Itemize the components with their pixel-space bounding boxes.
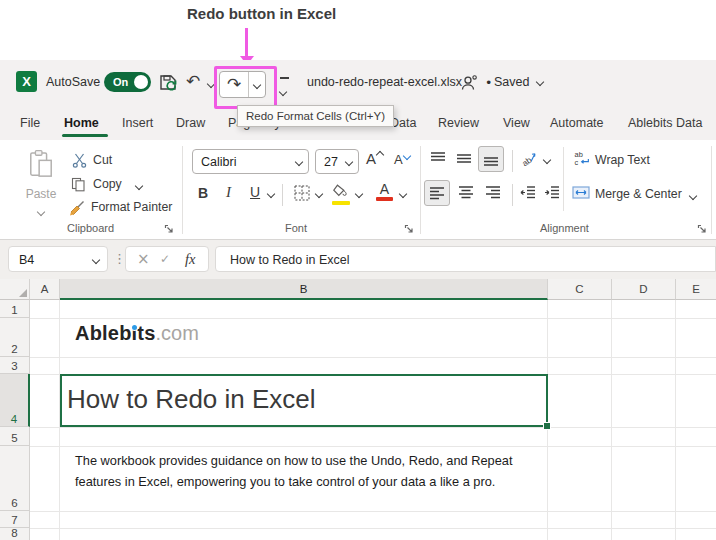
borders-dropdown-icon[interactable] [315, 190, 323, 198]
fill-handle[interactable] [543, 422, 551, 430]
row-header-7[interactable]: 7 [0, 511, 30, 528]
underline-button[interactable]: U [250, 184, 260, 200]
decrease-indent-icon[interactable] [520, 185, 536, 200]
column-header-C[interactable]: C [548, 279, 612, 300]
align-left-button-selected[interactable] [424, 180, 450, 206]
separator [282, 184, 283, 206]
tab-view[interactable]: View [503, 116, 530, 130]
cut-icon[interactable] [72, 153, 87, 168]
saved-status[interactable]: Saved [494, 75, 529, 89]
redo-button[interactable]: ↷ [219, 71, 266, 98]
merge-center-button[interactable]: Merge & Center [595, 187, 682, 201]
font-color-swatch [376, 197, 393, 201]
formula-input[interactable]: How to Redo in Excel [215, 246, 716, 272]
saved-dropdown-icon[interactable] [536, 78, 544, 86]
redo-icon[interactable]: ↷ [220, 72, 249, 97]
ablebits-logo: Ablebits.com [75, 322, 199, 350]
column-header-D[interactable]: D [612, 279, 676, 300]
customize-toolbar-icon[interactable] [280, 77, 289, 99]
paste-button[interactable]: Paste [18, 147, 64, 223]
column-header-E[interactable]: E [676, 279, 716, 300]
enter-icon[interactable]: ✓ [160, 252, 170, 266]
logo-domain-text: .com [156, 322, 199, 344]
tab-automate[interactable]: Automate [550, 116, 604, 130]
wrap-text-button[interactable]: Wrap Text [595, 153, 650, 167]
cut-button[interactable]: Cut [93, 153, 112, 167]
tab-draw[interactable]: Draw [176, 116, 205, 130]
redo-dropdown[interactable] [249, 72, 265, 97]
italic-button[interactable]: I [226, 184, 231, 201]
increase-indent-icon[interactable] [544, 185, 560, 200]
fill-color-dropdown-icon[interactable] [355, 190, 363, 198]
borders-icon[interactable] [294, 185, 310, 201]
merge-center-dropdown-icon[interactable] [689, 192, 697, 200]
tab-ablebits-data[interactable]: Ablebits Data [628, 116, 702, 130]
font-size-combo[interactable]: 27 [315, 149, 359, 174]
copy-button[interactable]: Copy [93, 177, 122, 191]
row-header-6[interactable]: 6 [0, 446, 30, 511]
paste-label: Paste [18, 187, 64, 201]
autosave-toggle[interactable]: On [104, 72, 151, 92]
document-title[interactable]: undo-redo-repeat-excel.xlsx [307, 75, 462, 89]
copy-icon[interactable] [71, 177, 86, 192]
fill-color-button[interactable] [332, 183, 350, 203]
row-header-5[interactable]: 5 [0, 427, 30, 446]
tab-insert[interactable]: Insert [122, 116, 153, 130]
ribbon: Paste Cut Copy Format Painter Clipboard [0, 140, 716, 240]
name-box-value: B4 [19, 253, 34, 267]
align-bottom-icon [483, 152, 499, 167]
align-center-icon[interactable] [458, 185, 474, 200]
gridline [675, 300, 676, 540]
row-header-8[interactable]: 8 [0, 528, 30, 540]
align-right-icon[interactable] [485, 185, 501, 200]
merge-center-icon[interactable] [572, 186, 590, 199]
row-header-4[interactable]: 4 [0, 374, 30, 427]
font-name-combo[interactable]: Calibri [192, 149, 309, 174]
person-icon[interactable] [460, 74, 478, 92]
orientation-dropdown-icon[interactable] [543, 156, 551, 164]
format-painter-icon[interactable] [69, 200, 85, 216]
align-left-icon [429, 186, 445, 201]
font-dialog-launcher-icon[interactable] [404, 224, 414, 234]
column-header-B[interactable]: B [60, 279, 548, 300]
undo-icon[interactable]: ↶ [186, 73, 200, 90]
orientation-icon[interactable]: ab [520, 149, 537, 166]
align-bottom-button-selected[interactable] [478, 146, 504, 172]
clipboard-dialog-launcher-icon[interactable] [164, 224, 174, 234]
font-size-value: 27 [324, 155, 338, 169]
wrap-text-icon[interactable]: ab c [574, 151, 591, 166]
copy-dropdown-icon[interactable] [135, 182, 143, 190]
row-header-1[interactable]: 1 [0, 300, 30, 318]
row-header-3[interactable]: 3 [0, 357, 30, 374]
gridline [30, 528, 716, 529]
column-header-A[interactable]: A [30, 279, 60, 300]
tab-review[interactable]: Review [438, 116, 479, 130]
cancel-icon[interactable]: × [137, 250, 150, 268]
separator [512, 184, 513, 206]
paste-clipboard-icon [28, 149, 54, 181]
autosave-label: AutoSave [46, 75, 100, 89]
selected-cell-B4[interactable]: How to Redo in Excel [60, 374, 548, 427]
format-painter-button[interactable]: Format Painter [91, 200, 172, 214]
alignment-dialog-launcher-icon[interactable] [697, 224, 707, 234]
align-top-icon[interactable] [430, 151, 446, 166]
title-bar: X AutoSave On ↶ ↷ undo-redo-repeat-excel… [0, 60, 716, 104]
active-tab-underline [62, 134, 108, 137]
insert-function-icon[interactable]: fx [185, 251, 195, 268]
underline-dropdown-icon[interactable] [267, 190, 275, 198]
font-color-button[interactable]: A [376, 182, 393, 203]
tab-file[interactable]: File [20, 116, 40, 130]
align-middle-icon[interactable] [456, 151, 472, 166]
select-all-corner[interactable] [0, 279, 30, 300]
bold-button[interactable]: B [198, 185, 208, 201]
chevron-down-icon [253, 80, 261, 88]
grow-font-button[interactable]: A [366, 150, 383, 167]
row-header-2[interactable]: 2 [0, 318, 30, 357]
save-icon[interactable] [158, 72, 178, 92]
tab-home[interactable]: Home [64, 116, 99, 130]
paste-dropdown-icon [37, 208, 45, 216]
gridline [30, 511, 716, 512]
shrink-font-button[interactable]: A [394, 152, 410, 167]
font-color-dropdown-icon[interactable] [399, 190, 407, 198]
name-box[interactable]: B4 [8, 246, 108, 272]
